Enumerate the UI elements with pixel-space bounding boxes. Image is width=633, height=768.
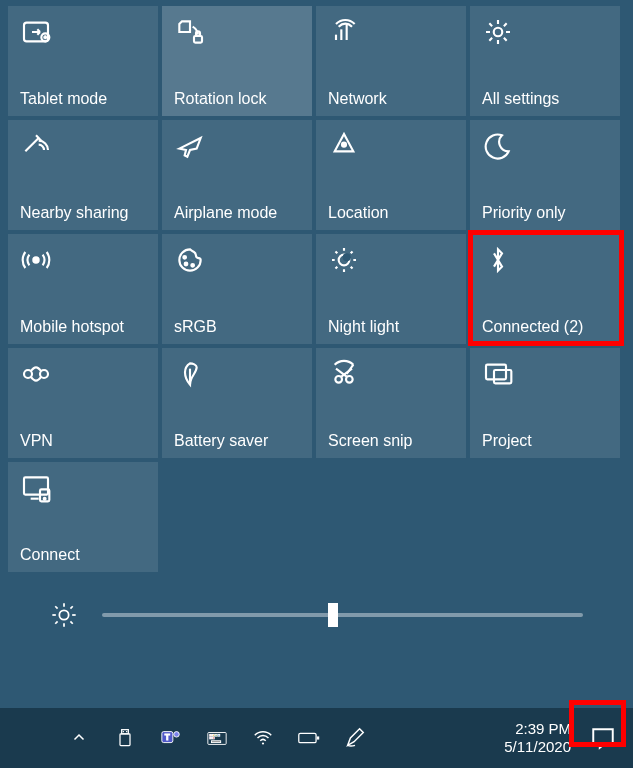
brightness-slider[interactable] [102,613,583,617]
mobile-hotspot-icon [20,244,52,276]
tile-label: Tablet mode [20,90,148,108]
svg-rect-20 [218,734,220,736]
tile-rotation-lock[interactable]: Rotation lock [162,6,312,116]
svg-rect-23 [212,741,221,743]
system-tray: T [68,727,366,749]
tile-label: Night light [328,318,456,336]
wifi-icon[interactable] [252,727,274,749]
tile-srgb[interactable]: sRGB [162,234,312,344]
brightness-slider-thumb[interactable] [328,603,338,627]
brightness-sun-icon [50,601,78,629]
svg-line-6 [70,621,72,623]
taskbar-date: 5/11/2020 [504,738,571,756]
bluetooth-icon [482,244,514,276]
touch-keyboard-icon[interactable] [206,727,228,749]
location-icon [328,130,360,162]
tile-location[interactable]: Location [316,120,466,230]
svg-rect-18 [212,734,214,736]
tile-all-settings[interactable]: All settings [470,6,620,116]
tile-label: Battery saver [174,432,302,450]
taskbar: T [0,708,633,768]
taskbar-clock[interactable]: 2:39 PM 5/11/2020 [504,720,581,756]
action-center-button[interactable] [581,716,625,760]
tile-label: Project [482,432,610,450]
nearby-sharing-icon [20,130,52,162]
tile-label: Nearby sharing [20,204,148,222]
tile-label: Location [328,204,456,222]
tile-label: Network [328,90,456,108]
tile-mobile-hotspot[interactable]: Mobile hotspot [8,234,158,344]
network-icon [328,16,360,48]
tile-label: Priority only [482,204,610,222]
battery-icon[interactable] [298,727,320,749]
tablet-mode-icon [20,16,52,48]
tile-airplane-mode[interactable]: Airplane mode [162,120,312,230]
connect-cast-icon [20,472,52,504]
tile-priority-only[interactable]: Priority only [470,120,620,230]
tile-label: Connect [20,546,148,564]
action-center-panel: Tablet modeRotation lockNetworkAll setti… [0,0,633,768]
svg-text:T: T [165,733,170,742]
brightness-slider-row [50,595,583,635]
tile-battery-saver[interactable]: Battery saver [162,348,312,458]
svg-rect-9 [122,730,129,734]
tile-connect[interactable]: Connect [8,462,158,572]
svg-point-0 [59,610,68,619]
vpn-icon [20,358,52,390]
pen-ink-icon[interactable] [344,727,366,749]
tile-label: Airplane mode [174,204,302,222]
usb-drive-icon[interactable] [114,727,136,749]
night-light-icon [328,244,360,276]
tile-nearby-sharing[interactable]: Nearby sharing [8,120,158,230]
svg-rect-19 [215,734,217,736]
svg-line-8 [70,606,72,608]
svg-rect-10 [120,734,130,746]
tile-label: Connected (2) [482,318,610,336]
tile-label: VPN [20,432,148,450]
svg-rect-26 [317,736,319,739]
tile-label: Screen snip [328,432,456,450]
tile-label: sRGB [174,318,302,336]
svg-point-15 [174,732,180,738]
tray-overflow-chevron-icon[interactable] [68,727,90,749]
svg-rect-22 [212,737,214,739]
svg-rect-17 [210,734,212,736]
tile-night-light[interactable]: Night light [316,234,466,344]
quick-action-tiles: Tablet modeRotation lockNetworkAll setti… [0,0,633,572]
teams-icon[interactable]: T [160,727,182,749]
rotation-lock-icon [174,16,206,48]
svg-point-24 [262,742,264,744]
project-screen-icon [482,358,514,390]
tile-vpn[interactable]: VPN [8,348,158,458]
color-palette-icon [174,244,206,276]
airplane-mode-icon [174,130,206,162]
tile-network[interactable]: Network [316,6,466,116]
tile-screen-snip[interactable]: Screen snip [316,348,466,458]
tile-bluetooth[interactable]: Connected (2) [470,234,620,344]
tile-project[interactable]: Project [470,348,620,458]
svg-line-5 [55,606,57,608]
tile-label: Mobile hotspot [20,318,148,336]
tile-tablet-mode[interactable]: Tablet mode [8,6,158,116]
tile-label: All settings [482,90,610,108]
settings-gear-icon [482,16,514,48]
svg-line-7 [55,621,57,623]
battery-saver-leaf-icon [174,358,206,390]
taskbar-time: 2:39 PM [504,720,571,738]
svg-rect-21 [210,737,212,739]
quiet-hours-moon-icon [482,130,514,162]
tile-label: Rotation lock [174,90,302,108]
screen-snip-icon [328,358,360,390]
